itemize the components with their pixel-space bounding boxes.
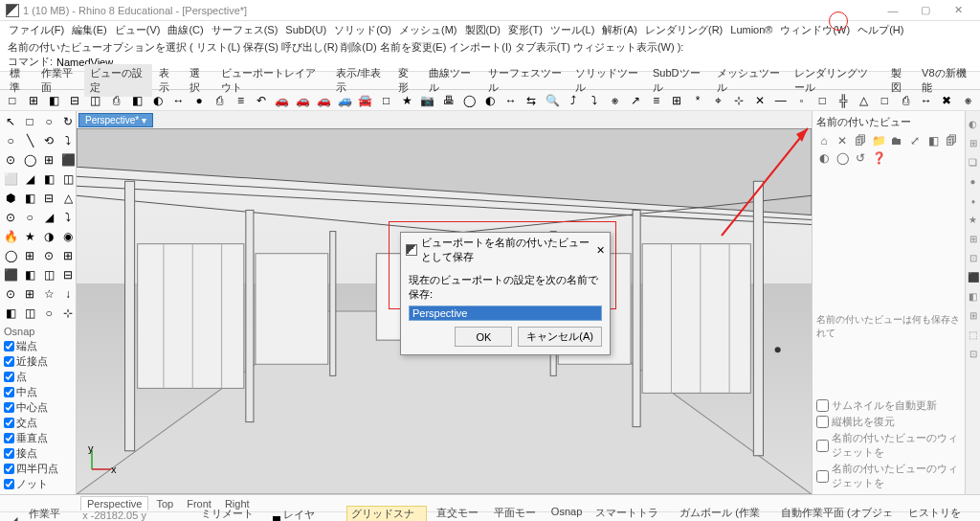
menu-item[interactable]: ヘルプ(H) [855, 23, 906, 37]
tool-icon[interactable]: ○ [40, 305, 57, 322]
status-toggle[interactable]: 直交モード [433, 506, 484, 522]
menu-item[interactable]: 変形(T) [505, 23, 546, 37]
tool-icon[interactable]: ✕ [751, 92, 768, 109]
tool-icon[interactable]: ◫ [21, 305, 38, 322]
namedview-icon[interactable]: ✕ [835, 133, 850, 148]
panel-tab-icon[interactable]: ⊞ [967, 308, 980, 322]
menu-item[interactable]: Lumion® [727, 24, 775, 35]
tool-icon[interactable]: 🚗 [316, 92, 333, 109]
osnap-item[interactable]: 点 [4, 370, 72, 384]
dialog-ok-button[interactable]: OK [455, 327, 512, 347]
namedview-icon[interactable]: 🗐 [853, 133, 868, 148]
namedview-icon[interactable]: ❓ [871, 150, 886, 166]
osnap-item[interactable]: 接点 [4, 446, 72, 461]
namedview-icon[interactable]: 🖿 [889, 133, 904, 148]
tool-icon[interactable]: ⊙ [2, 285, 19, 303]
tool-icon[interactable]: ★ [398, 92, 415, 109]
osnap-item[interactable]: 中心点 [4, 400, 72, 415]
tool-icon[interactable]: 🚗 [274, 92, 291, 109]
tool-icon[interactable]: □ [813, 92, 831, 109]
viewport-label[interactable]: Perspective* ▾ [78, 113, 153, 127]
menu-item[interactable]: 製図(D) [462, 23, 503, 37]
min-button[interactable]: — [877, 1, 909, 20]
tool-icon[interactable]: ⊹ [731, 92, 748, 109]
tool-icon[interactable]: ⊞ [669, 92, 686, 109]
tool-icon[interactable]: ⤴ [565, 92, 582, 109]
tool-icon[interactable]: ◢ [21, 170, 38, 188]
tool-icon[interactable]: ⇆ [523, 92, 541, 109]
menu-item[interactable]: ファイル(F) [6, 23, 67, 37]
tool-icon[interactable]: ◧ [45, 92, 62, 109]
tool-icon[interactable]: ⊞ [59, 247, 77, 264]
osnap-item[interactable]: 頂点 [4, 492, 72, 494]
panel-tab-icon[interactable]: ◧ [967, 289, 980, 303]
namedview-icon[interactable]: ◯ [835, 150, 850, 166]
tool-icon[interactable]: ◧ [21, 190, 38, 207]
tool-icon[interactable]: ⎈ [959, 92, 976, 109]
tool-icon[interactable]: ⊙ [40, 247, 57, 264]
tool-icon[interactable]: ⊹ [59, 305, 77, 322]
menu-item[interactable]: ツール(L) [547, 23, 597, 37]
tool-icon[interactable]: ⬛ [2, 266, 19, 283]
tool-icon[interactable]: ⎈ [606, 92, 623, 109]
menu-item[interactable]: ソリッド(O) [331, 23, 394, 37]
status-layer[interactable]: レイヤ 01 [269, 508, 326, 521]
tool-icon[interactable]: 🔍 [544, 92, 561, 109]
panel-tab-icon[interactable]: ⬚ [967, 328, 980, 341]
tool-icon[interactable]: 🚗 [295, 92, 312, 109]
panel-tab-icon[interactable]: ⊞ [967, 232, 980, 245]
panel-tab-icon[interactable]: ★ [967, 213, 980, 226]
namedview-icon[interactable]: ◧ [925, 133, 941, 148]
tool-icon[interactable]: ⎙ [108, 92, 125, 109]
tool-icon[interactable]: ↓ [59, 285, 77, 303]
menu-item[interactable]: 解析(A) [599, 23, 640, 37]
tool-icon[interactable]: △ [59, 190, 77, 207]
tool-icon[interactable]: ○ [21, 209, 38, 226]
menu-item[interactable]: ビュー(V) [112, 23, 164, 37]
tool-icon[interactable]: ⊙ [2, 151, 19, 169]
tool-icon[interactable]: ≡ [233, 92, 250, 109]
namedview-icon[interactable]: 🗐 [944, 133, 959, 148]
tool-icon[interactable]: ↔ [502, 92, 520, 109]
namedview-icon[interactable]: 📁 [871, 133, 886, 148]
osnap-item[interactable]: ノット [4, 477, 72, 491]
tool-icon[interactable]: ☆ [40, 285, 57, 303]
tool-icon[interactable]: □ [378, 92, 395, 109]
panel-tab-icon[interactable]: ⊡ [967, 251, 980, 264]
osnap-item[interactable]: 垂直点 [4, 431, 72, 445]
tool-icon[interactable]: ⊞ [40, 151, 57, 169]
tool-icon[interactable]: ↶ [253, 92, 270, 109]
tool-icon[interactable]: ╬ [835, 92, 852, 109]
tool-icon[interactable]: ◦ [793, 92, 811, 109]
status-toggle[interactable]: グリッドスナップ [346, 506, 427, 522]
tool-icon[interactable]: ⤵ [586, 92, 603, 109]
tool-icon[interactable]: 🚙 [336, 92, 353, 109]
status-toggle[interactable]: ヒストリを記録 [904, 506, 974, 522]
tool-icon[interactable]: ⊞ [25, 92, 42, 109]
tool-icon[interactable]: ◯ [2, 247, 19, 264]
tool-icon[interactable]: 🚘 [357, 92, 374, 109]
panel-tab-icon[interactable]: ⬧ [967, 193, 980, 207]
tool-icon[interactable]: ⤵ [59, 132, 77, 149]
max-button[interactable]: ▢ [909, 1, 942, 20]
tool-icon[interactable]: ○ [2, 132, 19, 149]
status-toggle[interactable]: スマートトラック [591, 506, 670, 522]
dialog-name-input[interactable] [409, 306, 602, 321]
tool-icon[interactable]: △ [856, 92, 873, 109]
tool-icon[interactable]: ⎙ [212, 92, 229, 109]
status-toggle[interactable]: Osnap [547, 506, 586, 522]
tool-icon[interactable]: ↖ [2, 113, 19, 130]
tool-icon[interactable]: □ [4, 92, 21, 109]
menu-item[interactable]: サーフェス(S) [209, 23, 281, 37]
tool-icon[interactable]: ◯ [21, 151, 38, 169]
tool-icon[interactable]: ⬛ [59, 151, 77, 169]
menu-item[interactable]: メッシュ(M) [396, 23, 460, 37]
tool-icon[interactable]: — [772, 92, 790, 109]
tool-icon[interactable]: ★ [21, 228, 38, 245]
tool-icon[interactable]: ↻ [59, 113, 77, 130]
tool-icon[interactable]: ○ [40, 113, 57, 130]
osnap-item[interactable]: 中点 [4, 385, 72, 399]
tool-icon[interactable]: ≡ [648, 92, 665, 109]
save-namedview-icon[interactable]: ⌂ [816, 133, 832, 148]
tool-icon[interactable]: ◉ [59, 228, 77, 245]
